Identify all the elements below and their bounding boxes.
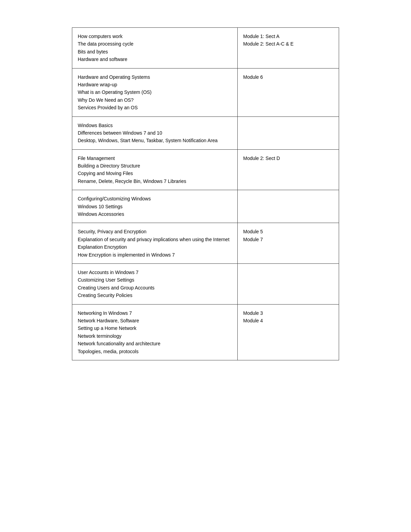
module-line-7-1: Module 4 xyxy=(243,317,333,324)
curriculum-table: How computers workThe data processing cy… xyxy=(72,27,339,360)
modules-cell-3: Module 2: Sect D xyxy=(237,149,339,190)
module-line-7-0: Module 3 xyxy=(243,309,333,317)
topic-line-1-4: Services Provided by an OS xyxy=(78,104,232,111)
topic-line-7-5: Topologies, media, protocols xyxy=(78,348,232,355)
topic-line-7-2: Setting up a Home Network xyxy=(78,324,232,332)
topic-line-4-1: Windows 10 Settings xyxy=(78,203,232,210)
topic-line-5-0: Security, Privacy and Encryption xyxy=(78,228,232,235)
topics-cell-6: User Accounts in Windows 7Customizing Us… xyxy=(72,263,238,304)
table-row: Networking In Windows 7Network Hardware,… xyxy=(72,304,339,360)
table-row: How computers workThe data processing cy… xyxy=(72,28,339,69)
topic-line-0-0: How computers work xyxy=(78,33,232,40)
table-row: Security, Privacy and EncryptionExplanat… xyxy=(72,223,339,264)
topic-line-7-4: Network funcationality and architecture xyxy=(78,340,232,347)
topic-line-1-3: Why Do We Need an OS? xyxy=(78,96,232,104)
modules-cell-0: Module 1: Sect AModule 2: Sect A-C & E xyxy=(237,28,339,69)
module-line-1-0: Module 6 xyxy=(243,73,333,81)
topic-line-7-1: Network Hardware, Software xyxy=(78,317,232,324)
table-row: File ManagementBuilding a Directory Stru… xyxy=(72,149,339,190)
topics-cell-2: Windows BasicsDifferences between Window… xyxy=(72,116,238,149)
module-line-3-0: Module 2: Sect D xyxy=(243,154,333,162)
modules-cell-5: Module 5Module 7 xyxy=(237,223,339,264)
topic-line-2-1: Differences between Windows 7 and 10 xyxy=(78,129,232,137)
table-row: Hardware and Operating SystemsHardware w… xyxy=(72,68,339,116)
topic-line-3-3: Rename, Delete, Recycle Bin, Windows 7 L… xyxy=(78,177,232,185)
topic-line-0-3: Hardware and software xyxy=(78,55,232,63)
modules-cell-7: Module 3Module 4 xyxy=(237,304,339,360)
topic-line-2-2: Desktop, Windows, Start Menu, Taskbar, S… xyxy=(78,137,232,144)
table-row: Configuring/Customizing WindowsWindows 1… xyxy=(72,190,339,223)
module-line-5-1: Module 7 xyxy=(243,236,333,243)
topics-cell-5: Security, Privacy and EncryptionExplanat… xyxy=(72,223,238,264)
topic-line-1-1: Hardware wrap-up xyxy=(78,81,232,88)
topic-line-3-0: File Management xyxy=(78,154,232,162)
modules-cell-1: Module 6 xyxy=(237,68,339,116)
module-line-5-0: Module 5 xyxy=(243,228,333,235)
topics-cell-1: Hardware and Operating SystemsHardware w… xyxy=(72,68,238,116)
modules-cell-2 xyxy=(237,116,339,149)
topic-line-2-0: Windows Basics xyxy=(78,122,232,129)
topic-line-4-0: Configuring/Customizing Windows xyxy=(78,195,232,202)
topic-line-4-2: Windows Accessories xyxy=(78,210,232,218)
table-row: Windows BasicsDifferences between Window… xyxy=(72,116,339,149)
topic-line-6-2: Creating Users and Group Accounts xyxy=(78,284,232,292)
topics-cell-0: How computers workThe data processing cy… xyxy=(72,28,238,69)
topic-line-6-3: Creating Security Policies xyxy=(78,292,232,299)
topics-cell-4: Configuring/Customizing WindowsWindows 1… xyxy=(72,190,238,223)
topic-line-3-2: Copying and Moving Files xyxy=(78,170,232,177)
topic-line-0-1: The data processing cycle xyxy=(78,40,232,48)
table-row: User Accounts in Windows 7Customizing Us… xyxy=(72,263,339,304)
topic-line-7-3: Network terminology xyxy=(78,332,232,340)
topic-line-5-3: How Encryption is implemented in Windows… xyxy=(78,251,232,259)
main-table-container: How computers workThe data processing cy… xyxy=(72,27,339,360)
topics-cell-7: Networking In Windows 7Network Hardware,… xyxy=(72,304,238,360)
module-line-0-1: Module 2: Sect A-C & E xyxy=(243,40,333,48)
topic-line-7-0: Networking In Windows 7 xyxy=(78,309,232,317)
topic-line-3-1: Building a Directory Structure xyxy=(78,162,232,170)
topics-cell-3: File ManagementBuilding a Directory Stru… xyxy=(72,149,238,190)
topic-line-6-1: Customizing User Settings xyxy=(78,276,232,284)
topic-line-5-2: Explanation Encryption xyxy=(78,243,232,251)
topic-line-5-1: Explanation of security and privacy impl… xyxy=(78,236,232,243)
topic-line-1-0: Hardware and Operating Systems xyxy=(78,73,232,81)
modules-cell-4 xyxy=(237,190,339,223)
topic-line-6-0: User Accounts in Windows 7 xyxy=(78,269,232,276)
module-line-0-0: Module 1: Sect A xyxy=(243,33,333,40)
topic-line-1-2: What is an Operating System (OS) xyxy=(78,88,232,96)
topic-line-0-2: Bits and bytes xyxy=(78,48,232,55)
modules-cell-6 xyxy=(237,263,339,304)
